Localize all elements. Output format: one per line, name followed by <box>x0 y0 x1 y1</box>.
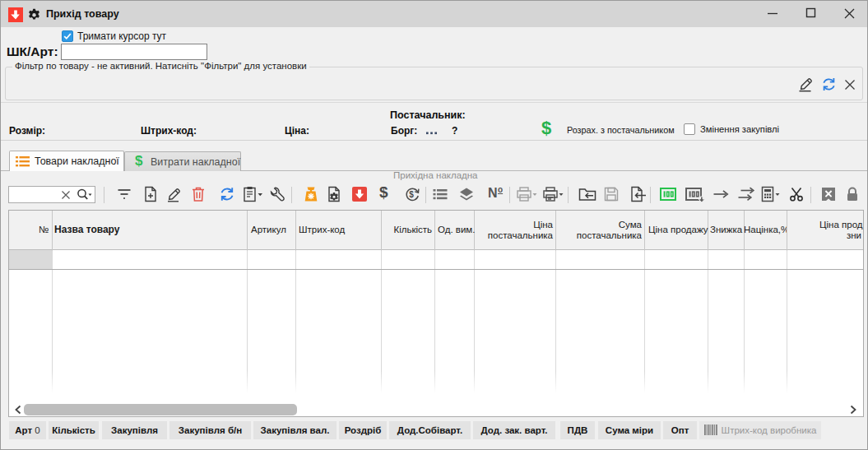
svg-text:$: $ <box>409 190 414 199</box>
